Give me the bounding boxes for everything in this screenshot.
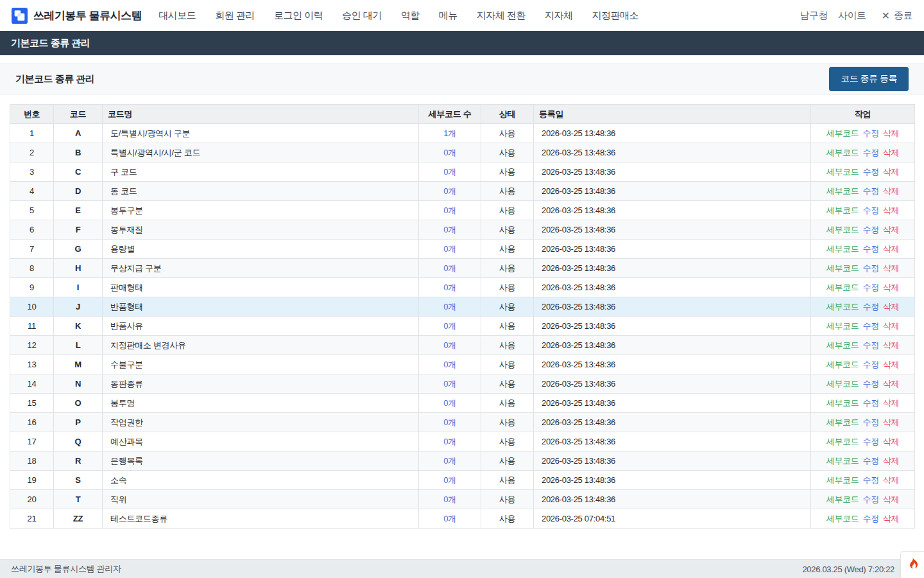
delete-link[interactable]: 삭제: [883, 321, 899, 331]
detail-count-link[interactable]: 0개: [443, 475, 456, 485]
detail-code-link[interactable]: 세부코드: [826, 225, 859, 234]
edit-link[interactable]: 수정: [863, 360, 879, 369]
delete-link[interactable]: 삭제: [883, 417, 899, 427]
site-link[interactable]: 사이트: [838, 10, 866, 22]
detail-code-link[interactable]: 세부코드: [826, 495, 859, 504]
detail-code-link[interactable]: 세부코드: [826, 206, 859, 215]
delete-link[interactable]: 삭제: [883, 186, 899, 196]
cell-no: 8: [10, 259, 54, 278]
debug-toolbar-button[interactable]: [900, 551, 924, 578]
edit-link[interactable]: 수정: [863, 398, 879, 408]
detail-count-link[interactable]: 0개: [443, 206, 456, 215]
delete-link[interactable]: 삭제: [883, 283, 899, 292]
edit-link[interactable]: 수정: [863, 167, 879, 177]
detail-code-link[interactable]: 세부코드: [826, 128, 859, 138]
edit-link[interactable]: 수정: [863, 514, 879, 523]
nav-item[interactable]: 지정판매소: [592, 10, 638, 22]
nav-item[interactable]: 역할: [401, 10, 420, 22]
edit-link[interactable]: 수정: [863, 186, 879, 196]
detail-count-link[interactable]: 0개: [443, 283, 456, 292]
delete-link[interactable]: 삭제: [883, 514, 899, 523]
edit-link[interactable]: 수정: [863, 456, 879, 466]
delete-link[interactable]: 삭제: [883, 456, 899, 466]
site-name-link[interactable]: 남구청: [800, 10, 828, 22]
detail-code-link[interactable]: 세부코드: [826, 475, 859, 485]
edit-link[interactable]: 수정: [863, 225, 879, 234]
detail-count-link[interactable]: 0개: [443, 437, 456, 446]
delete-link[interactable]: 삭제: [883, 167, 899, 177]
nav-item[interactable]: 회원 관리: [215, 10, 255, 22]
detail-count-link[interactable]: 0개: [443, 302, 456, 311]
delete-link[interactable]: 삭제: [883, 302, 899, 311]
delete-link[interactable]: 삭제: [883, 206, 899, 215]
detail-count-link[interactable]: 0개: [443, 244, 456, 254]
nav-item[interactable]: 대시보드: [158, 10, 196, 22]
nav-item[interactable]: 승인 대기: [342, 10, 382, 22]
delete-link[interactable]: 삭제: [883, 495, 899, 504]
delete-link[interactable]: 삭제: [883, 475, 899, 485]
detail-count-link[interactable]: 0개: [443, 379, 456, 389]
edit-link[interactable]: 수정: [863, 321, 879, 331]
detail-code-link[interactable]: 세부코드: [826, 340, 859, 350]
detail-count-link[interactable]: 0개: [443, 225, 456, 234]
edit-link[interactable]: 수정: [863, 475, 879, 485]
delete-link[interactable]: 삭제: [883, 437, 899, 446]
detail-count-link[interactable]: 0개: [443, 340, 456, 350]
detail-count-link[interactable]: 0개: [443, 167, 456, 177]
edit-link[interactable]: 수정: [863, 206, 879, 215]
detail-count-link[interactable]: 0개: [443, 148, 456, 157]
delete-link[interactable]: 삭제: [883, 360, 899, 369]
edit-link[interactable]: 수정: [863, 148, 879, 157]
edit-link[interactable]: 수정: [863, 437, 879, 446]
logout-button[interactable]: ✕ 종료: [882, 10, 912, 22]
edit-link[interactable]: 수정: [863, 379, 879, 389]
detail-code-link[interactable]: 세부코드: [826, 321, 859, 331]
detail-code-link[interactable]: 세부코드: [826, 263, 859, 273]
detail-count-link[interactable]: 0개: [443, 321, 456, 331]
edit-link[interactable]: 수정: [863, 417, 879, 427]
edit-link[interactable]: 수정: [863, 495, 879, 504]
detail-count-link[interactable]: 0개: [443, 514, 456, 523]
register-code-type-button[interactable]: 코드 종류 등록: [829, 67, 909, 91]
detail-count-link[interactable]: 0개: [443, 398, 456, 408]
detail-code-link[interactable]: 세부코드: [826, 186, 859, 196]
delete-link[interactable]: 삭제: [883, 128, 899, 138]
cell-code: T: [54, 490, 103, 509]
detail-count-link[interactable]: 1개: [443, 128, 456, 138]
detail-code-link[interactable]: 세부코드: [826, 417, 859, 427]
detail-count-link[interactable]: 0개: [443, 186, 456, 196]
edit-link[interactable]: 수정: [863, 340, 879, 350]
detail-count-link[interactable]: 0개: [443, 417, 456, 427]
detail-code-link[interactable]: 세부코드: [826, 437, 859, 446]
nav-item[interactable]: 메뉴: [439, 10, 458, 22]
nav-item[interactable]: 지자체: [545, 10, 573, 22]
edit-link[interactable]: 수정: [863, 128, 879, 138]
nav-item[interactable]: 지자체 전환: [477, 10, 526, 22]
delete-link[interactable]: 삭제: [883, 263, 899, 273]
detail-code-link[interactable]: 세부코드: [826, 379, 859, 389]
detail-count-link[interactable]: 0개: [443, 263, 456, 273]
detail-code-link[interactable]: 세부코드: [826, 514, 859, 523]
detail-code-link[interactable]: 세부코드: [826, 244, 859, 254]
detail-count-link[interactable]: 0개: [443, 495, 456, 504]
delete-link[interactable]: 삭제: [883, 148, 899, 157]
edit-link[interactable]: 수정: [863, 263, 879, 273]
detail-code-link[interactable]: 세부코드: [826, 148, 859, 157]
detail-code-link[interactable]: 세부코드: [826, 360, 859, 369]
edit-link[interactable]: 수정: [863, 302, 879, 311]
edit-link[interactable]: 수정: [863, 283, 879, 292]
delete-link[interactable]: 삭제: [883, 398, 899, 408]
detail-code-link[interactable]: 세부코드: [826, 456, 859, 466]
edit-link[interactable]: 수정: [863, 244, 879, 254]
nav-item[interactable]: 로그인 이력: [274, 10, 323, 22]
detail-code-link[interactable]: 세부코드: [826, 167, 859, 177]
delete-link[interactable]: 삭제: [883, 225, 899, 234]
detail-code-link[interactable]: 세부코드: [826, 302, 859, 311]
detail-code-link[interactable]: 세부코드: [826, 283, 859, 292]
detail-code-link[interactable]: 세부코드: [826, 398, 859, 408]
detail-count-link[interactable]: 0개: [443, 360, 456, 369]
delete-link[interactable]: 삭제: [883, 244, 899, 254]
detail-count-link[interactable]: 0개: [443, 456, 456, 466]
delete-link[interactable]: 삭제: [883, 379, 899, 389]
delete-link[interactable]: 삭제: [883, 340, 899, 350]
